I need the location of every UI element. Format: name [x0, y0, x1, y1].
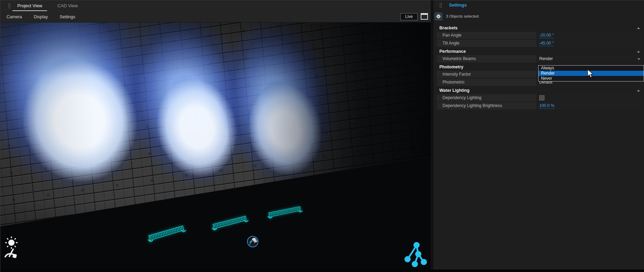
drag-handle-icon[interactable] — [439, 2, 442, 8]
viewport-menubar: Camera Display Settings Live — [0, 11, 431, 22]
live-button[interactable]: Live — [400, 13, 418, 20]
panel-divider[interactable] — [431, 0, 433, 270]
settings-panel: Settings 3 Objects selected — [433, 0, 644, 270]
prop-label: Dependency Lighting Brightness — [437, 102, 536, 109]
viewport-column: Project View CAD View Camera Display Set… — [0, 0, 431, 270]
section-title: Water Lighting — [439, 88, 469, 93]
settings-panel-header: Settings — [433, 0, 644, 10]
menu-display[interactable]: Display — [34, 14, 48, 19]
row-tilt-angle: Tilt Angle -45.00 ° — [437, 40, 643, 47]
gear-icon — [436, 14, 441, 19]
view-tabbar: Project View CAD View — [0, 0, 431, 11]
app-logo-icon — [403, 241, 429, 268]
row-volumetric-beams: Volumetric Beams Render — [437, 55, 643, 62]
prop-value: -20.00 ° — [537, 32, 643, 39]
prop-label: Photometric — [437, 79, 536, 86]
prop-label: Tilt Angle — [437, 40, 536, 47]
tab-project-view[interactable]: Project View — [15, 1, 45, 11]
section-water-lighting[interactable]: Water Lighting — [437, 87, 643, 94]
prop-value — [537, 94, 643, 101]
selection-row: 3 Objects selected — [435, 11, 644, 21]
collapse-arrow-icon[interactable] — [637, 51, 640, 52]
tilt-angle-value[interactable]: -45.00 ° — [539, 41, 554, 46]
section-title: Photometry — [439, 65, 463, 69]
volumetric-beams-select[interactable]: Render — [537, 55, 643, 62]
selected-fixture-3[interactable] — [266, 204, 304, 222]
prop-label: Volumetric Beams — [437, 55, 536, 62]
selected-fixture-2[interactable] — [209, 214, 250, 234]
selected-fixture-1[interactable] — [145, 223, 188, 246]
row-dependency-brightness: Dependency Lighting Brightness 100.0 % — [437, 102, 643, 109]
dependency-lighting-checkbox[interactable] — [539, 95, 544, 100]
menu-settings[interactable]: Settings — [59, 14, 75, 19]
selection-status: 3 Objects selected — [446, 14, 479, 18]
volumetric-beams-value: Render — [539, 56, 553, 61]
prop-label: Pan Angle — [437, 32, 536, 39]
maximize-icon[interactable] — [421, 13, 428, 20]
prop-value: -45.00 ° — [537, 40, 643, 47]
prop-value: 100.0 % — [537, 102, 643, 109]
section-title: Performance — [439, 49, 466, 54]
drag-handle-icon[interactable] — [8, 3, 11, 9]
row-dependency-lighting: Dependency Lighting — [437, 94, 643, 101]
selected-object-type-button[interactable] — [435, 13, 442, 20]
gauge-icon[interactable] — [2, 246, 18, 260]
dependency-brightness-value[interactable]: 100.0 % — [539, 103, 554, 109]
panel-title: Settings — [449, 2, 467, 8]
application-window: Project View CAD View Camera Display Set… — [0, 0, 644, 272]
window-bottom-strip — [0, 270, 644, 272]
section-brackets[interactable]: Brackets — [437, 25, 643, 32]
fixture-group-badge-icon[interactable] — [246, 235, 259, 248]
collapse-arrow-icon[interactable] — [637, 27, 640, 29]
menu-camera[interactable]: Camera — [7, 14, 22, 19]
pan-angle-value[interactable]: -20.00 ° — [539, 33, 554, 38]
section-performance[interactable]: Performance — [437, 48, 643, 55]
chevron-down-icon[interactable] — [637, 58, 640, 60]
row-pan-angle: Pan Angle -20.00 ° — [437, 32, 643, 39]
section-title: Brackets — [439, 26, 458, 30]
prop-label: Dependency Lighting — [437, 94, 536, 101]
collapse-arrow-icon[interactable] — [637, 90, 640, 91]
mouse-cursor — [587, 69, 595, 79]
tab-cad-view[interactable]: CAD View — [55, 1, 81, 11]
render-viewport[interactable] — [0, 22, 431, 270]
prop-label: Intensity Factor — [437, 71, 536, 78]
